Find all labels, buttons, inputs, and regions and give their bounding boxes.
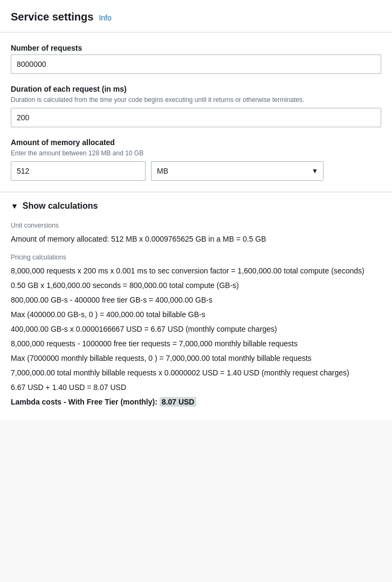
memory-input[interactable] — [11, 161, 146, 181]
lambda-costs-line: Lambda costs - With Free Tier (monthly):… — [11, 396, 381, 408]
duration-input[interactable] — [11, 108, 381, 127]
pricing-line-5: 8,000,000 requests - 1000000 free tier r… — [11, 338, 381, 350]
page-title: Service settings — [11, 11, 93, 23]
form-section: Number of requests Duration of each requ… — [0, 33, 392, 192]
toggle-arrow-icon: ▼ — [11, 202, 18, 210]
lambda-costs-label: Lambda costs - With Free Tier (monthly): — [11, 398, 157, 406]
duration-description: Duration is calculated from the time you… — [11, 95, 381, 105]
memory-unit-select[interactable]: MB GB — [151, 161, 324, 181]
duration-field-group: Duration of each request (in ms) Duratio… — [11, 85, 381, 127]
requests-label: Number of requests — [11, 44, 381, 52]
duration-label: Duration of each request (in ms) — [11, 85, 381, 93]
requests-field-group: Number of requests — [11, 44, 381, 74]
requests-input[interactable] — [11, 54, 381, 74]
memory-row: MB GB ▼ — [11, 161, 381, 181]
info-link[interactable]: Info — [99, 13, 111, 22]
memory-field-group: Amount of memory allocated Enter the amo… — [11, 138, 381, 181]
unit-conversion-text: Amount of memory allocated: 512 MB x 0.0… — [11, 234, 381, 245]
pricing-line-6: Max (7000000 monthly billable requests, … — [11, 353, 381, 364]
pricing-line-3: Max (400000.00 GB-s, 0 ) = 400,000.00 to… — [11, 309, 381, 320]
pricing-line-1: 0.50 GB x 1,600,000.00 seconds = 800,000… — [11, 280, 381, 291]
header-section: Service settings Info — [0, 0, 392, 32]
pricing-line-4: 400,000.00 GB-s x 0.0000166667 USD = 6.6… — [11, 324, 381, 335]
calculations-section: ▼ Show calculations Unit conversions Amo… — [0, 193, 392, 420]
pricing-calculations-header: Pricing calculations — [11, 254, 381, 261]
pricing-line-0: 8,000,000 requests x 200 ms x 0.001 ms t… — [11, 265, 381, 277]
pricing-line-2: 800,000.00 GB-s - 400000 free tier GB-s … — [11, 295, 381, 306]
memory-label: Amount of memory allocated — [11, 138, 381, 147]
pricing-line-8: 6.67 USD + 1.40 USD = 8.07 USD — [11, 382, 381, 393]
show-calculations-toggle[interactable]: ▼ Show calculations — [11, 201, 381, 211]
unit-conversions-header: Unit conversions — [11, 222, 381, 229]
memory-description: Enter the amount between 128 MB and 10 G… — [11, 149, 381, 158]
show-calculations-label: Show calculations — [23, 201, 98, 211]
lambda-costs-value: 8.07 USD — [160, 397, 197, 407]
memory-unit-wrapper: MB GB ▼ — [151, 161, 324, 181]
pricing-line-7: 7,000,000.00 total monthly billable requ… — [11, 367, 381, 379]
